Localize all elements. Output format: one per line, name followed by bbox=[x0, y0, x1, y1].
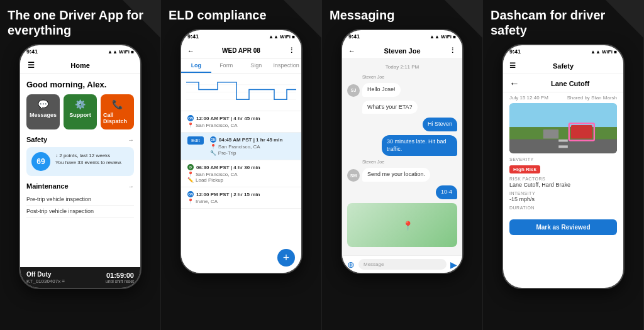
bubble-4: 30 minutes late. Hit bad traffic. bbox=[382, 135, 457, 156]
duty-info: Off Duty KT_01030407x ≡ bbox=[26, 271, 65, 284]
back-icon-msg[interactable]: ← bbox=[348, 47, 355, 55]
msg-map: 📍 bbox=[347, 203, 457, 247]
msg-row-6: 10-4 bbox=[347, 185, 457, 199]
eld-tabs: Log Form Sign Inspection bbox=[181, 59, 301, 74]
home-bottom-bar: Off Duty KT_01030407x ≡ 01:59:00 until s… bbox=[20, 267, 140, 288]
home-buttons: 💬 Messages ⚙️ Support 📞 Call Dispatch bbox=[26, 94, 134, 129]
incident-date: July 15 12:40 PM bbox=[509, 95, 548, 101]
location-icon-3: 📍 bbox=[187, 172, 194, 177]
add-attachment-icon[interactable]: ⊕ bbox=[347, 260, 355, 270]
maintenance-item-2[interactable]: Post-trip vehicle inspection bbox=[26, 206, 134, 217]
msg-input-bar: ⊕ Message ▶ bbox=[342, 255, 462, 273]
intensity-row: INTENSITY -15 mph/s bbox=[509, 191, 617, 202]
eld-dot-on-4: ON bbox=[187, 191, 194, 197]
svg-rect-7 bbox=[509, 127, 617, 140]
msg-nav: ← Steven Joe ⋮ bbox=[342, 43, 462, 59]
msg-row-1: SJ Hello Jose! bbox=[347, 83, 457, 97]
screen-home: ☰ Home Good morning, Alex. 💬 Messages ⚙️… bbox=[20, 58, 140, 288]
msg-sender-label-2: Steven Joe bbox=[362, 160, 457, 164]
messages-button[interactable]: 💬 Messages bbox=[26, 94, 60, 129]
messages-icon: 💬 bbox=[38, 99, 48, 109]
risk-factors-row: RISK FACTORS Lane Cutoff, Hard Brake bbox=[509, 177, 617, 188]
message-list: Today 2:11 PM Steven Joe SJ Hello Jose! … bbox=[342, 59, 462, 255]
back-icon-safety[interactable]: ← bbox=[509, 78, 519, 89]
maintenance-arrow-icon[interactable]: → bbox=[128, 183, 134, 190]
phone-eld: 9:41 ▲▲ WiFi ■ ← WED APR 08 ⋮ Log Form S… bbox=[180, 29, 303, 274]
panel-safety: Dashcam for driver safety 9:41 ▲▲ WiFi ■… bbox=[483, 0, 644, 330]
panel-home-label: The one Driver App for everything bbox=[5, 8, 143, 38]
safety-header: Safety → bbox=[26, 136, 134, 143]
wrench-icon: 🔧 bbox=[210, 150, 216, 156]
safety-arrow-icon[interactable]: → bbox=[128, 136, 134, 143]
call-dispatch-button[interactable]: 📞 Call Dispatch bbox=[101, 94, 134, 129]
svg-rect-6 bbox=[558, 145, 568, 148]
tab-form[interactable]: Form bbox=[211, 59, 242, 73]
panel-eld-label: ELD compliance bbox=[166, 8, 267, 23]
tab-log[interactable]: Log bbox=[181, 59, 211, 73]
home-nav-bar: ☰ Home bbox=[20, 58, 140, 74]
status-bar-msg: 9:41 ▲▲ WiFi ■ bbox=[342, 30, 462, 43]
support-button[interactable]: ⚙️ Support bbox=[64, 94, 97, 129]
send-button[interactable]: ▶ bbox=[450, 260, 457, 270]
eld-entry-4: ON 12:00 PM PST | 2 hr 15 min 📍 Irvine, … bbox=[181, 187, 301, 209]
incident-header: ← Lane Cutoff bbox=[503, 74, 623, 92]
edit-button[interactable]: Edit bbox=[187, 136, 204, 145]
bubble-1: Hello Jose! bbox=[362, 83, 401, 97]
menu-icon-safety[interactable]: ☰ bbox=[509, 62, 516, 70]
msg-sender-label-1: Steven Joe bbox=[362, 75, 457, 79]
severity-badge: High Risk bbox=[509, 165, 540, 173]
svg-rect-5 bbox=[558, 140, 568, 142]
home-greeting: Good morning, Alex. bbox=[26, 80, 134, 89]
home-content: Good morning, Alex. 💬 Messages ⚙️ Suppor… bbox=[20, 74, 140, 267]
safety-score-badge: 69 bbox=[31, 152, 50, 171]
status-bar-home: 9:41 ▲▲ WiFi ■ bbox=[20, 45, 140, 58]
back-icon[interactable]: ← bbox=[187, 47, 194, 55]
eld-chart bbox=[181, 74, 301, 111]
panel-eld: ELD compliance 9:41 ▲▲ WiFi ■ ← WED APR … bbox=[161, 0, 322, 330]
status-bar-eld: 9:41 ▲▲ WiFi ■ bbox=[181, 30, 301, 43]
msg-row-4: 30 minutes late. Hit bad traffic. bbox=[347, 135, 457, 156]
eld-entry-2: Edit ON 04:45 AM PST | 1 hr 45 min 📍 San… bbox=[181, 133, 301, 160]
svg-rect-8 bbox=[571, 125, 592, 138]
map-pin-icon: 📍 bbox=[402, 221, 413, 231]
tab-inspection[interactable]: Inspection bbox=[271, 59, 301, 73]
message-input[interactable]: Message bbox=[358, 259, 447, 270]
bubble-6: 10-4 bbox=[436, 185, 457, 199]
maintenance-item-1[interactable]: Pre-trip vehicle inspection bbox=[26, 194, 134, 206]
location-icon-2: 📍 bbox=[210, 144, 216, 150]
support-icon: ⚙️ bbox=[75, 99, 86, 109]
eld-entries: ON 12:00 AM PST | 4 hr 45 min 📍 San Fran… bbox=[181, 111, 301, 273]
intensity-value: -15 mph/s bbox=[509, 196, 617, 202]
screen-messaging: ← Steven Joe ⋮ Today 2:11 PM Steven Joe … bbox=[342, 43, 462, 273]
location-icon-1: 📍 bbox=[187, 123, 194, 128]
duration-row: DURATION bbox=[509, 206, 617, 210]
panel-messaging: Messaging 9:41 ▲▲ WiFi ■ ← Steven Joe ⋮ … bbox=[322, 0, 483, 330]
phone-icon: 📞 bbox=[112, 99, 123, 109]
eld-entry-3: D 06:30 AM PST | 4 hr 30 min 📍 San Franc… bbox=[181, 160, 301, 187]
msg-row-3: Hi Steven bbox=[347, 118, 457, 131]
eld-entry-1: ON 12:00 AM PST | 4 hr 45 min 📍 San Fran… bbox=[181, 111, 301, 133]
menu-icon[interactable]: ☰ bbox=[28, 61, 35, 70]
severity-row: SEVERITY High Risk bbox=[509, 157, 617, 173]
svg-rect-10 bbox=[543, 129, 558, 139]
avatar-sj: SJ bbox=[347, 84, 360, 97]
add-entry-button[interactable]: + bbox=[277, 249, 295, 267]
msg-date: Today 2:11 PM bbox=[347, 64, 457, 70]
risk-factors-value: Lane Cutoff, Hard Brake bbox=[509, 182, 617, 188]
safety-score-card: 69 ↓ 2 points, last 12 weeks You have 33… bbox=[26, 147, 134, 176]
maintenance-section: Maintenance → Pre-trip vehicle inspectio… bbox=[26, 182, 134, 217]
eld-more-icon[interactable]: ⋮ bbox=[288, 47, 295, 55]
msg-row-5: SM Send me your location. bbox=[347, 168, 457, 182]
more-icon-msg[interactable]: ⋮ bbox=[449, 47, 456, 55]
bubble-3: Hi Steven bbox=[423, 118, 457, 131]
safety-text: ↓ 2 points, last 12 weeks You have 33 ev… bbox=[55, 152, 122, 166]
screen-safety: ☰ Safety ☰ ← Lane Cutoff July 15 12:40 P… bbox=[503, 58, 623, 288]
eld-dot-d: D bbox=[187, 164, 194, 170]
tab-sign[interactable]: Sign bbox=[242, 59, 272, 73]
status-bar-safety: 9:41 ▲▲ WiFi ■ bbox=[503, 45, 623, 58]
incident-shared: Shared by Stan Marsh bbox=[567, 95, 617, 101]
safety-details: SEVERITY High Risk RISK FACTORS Lane Cut… bbox=[503, 153, 623, 217]
eld-nav: ← WED APR 08 ⋮ bbox=[181, 43, 301, 59]
maintenance-header: Maintenance → bbox=[26, 182, 134, 190]
mark-reviewed-button[interactable]: Mark as Reviewed bbox=[509, 219, 617, 235]
